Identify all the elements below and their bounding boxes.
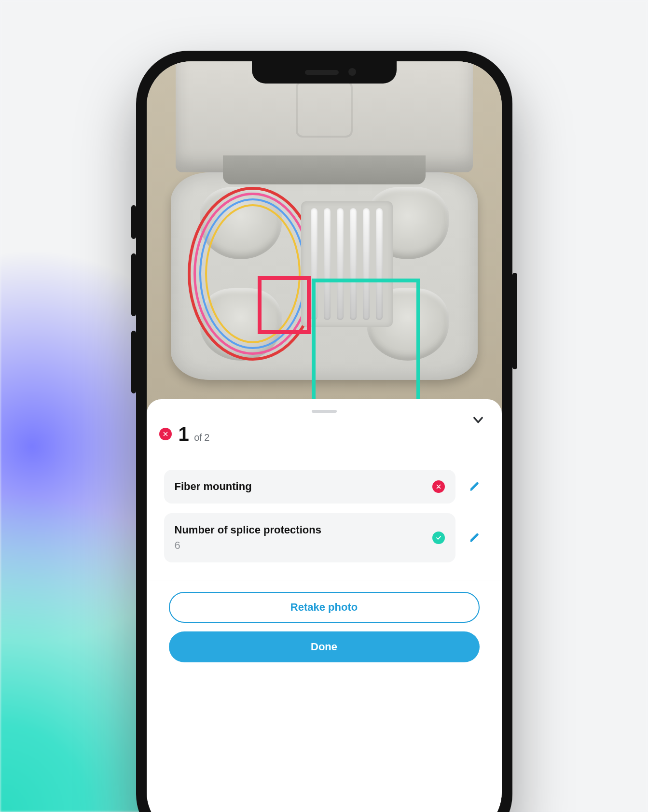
retake-photo-button[interactable]: Retake photo xyxy=(169,592,480,623)
sheet-header: 1 of 2 xyxy=(159,424,489,444)
counter-of: of xyxy=(194,432,202,443)
done-button[interactable]: Done xyxy=(169,631,480,662)
check-icon xyxy=(435,534,442,541)
phone-frame: 1 of 2 Fiber mounting xyxy=(136,51,512,812)
splice-protections-bbox xyxy=(312,279,420,414)
page-counter: 1 of 2 xyxy=(179,424,210,444)
check-row: Number of splice protections 6 xyxy=(164,513,484,562)
phone-volume-down xyxy=(131,331,136,393)
chevron-down-icon xyxy=(471,413,485,427)
phone-side-button xyxy=(131,205,136,239)
status-badge-error xyxy=(432,480,445,493)
collapse-sheet-button[interactable] xyxy=(469,411,487,429)
check-value: 6 xyxy=(175,539,425,552)
edit-check-button[interactable] xyxy=(465,513,484,562)
check-card-fiber-mounting[interactable]: Fiber mounting xyxy=(164,470,455,504)
check-list: Fiber mounting xyxy=(159,470,489,562)
check-title: Fiber mounting xyxy=(175,480,425,493)
counter-current: 1 xyxy=(179,423,189,445)
phone-screen: 1 of 2 Fiber mounting xyxy=(147,61,502,812)
phone-volume-up xyxy=(131,253,136,316)
counter-total: 2 xyxy=(204,432,209,443)
edit-check-button[interactable] xyxy=(465,470,484,504)
divider xyxy=(147,580,502,580)
fiber-mounting-bbox xyxy=(258,276,311,334)
tray-hinge xyxy=(223,155,426,184)
phone-notch xyxy=(252,61,397,84)
x-icon xyxy=(162,431,169,437)
fiber-loops xyxy=(188,187,318,361)
check-title: Number of splice protections xyxy=(175,524,425,536)
check-row: Fiber mounting xyxy=(164,470,484,504)
check-card-splice-protections[interactable]: Number of splice protections 6 xyxy=(164,513,455,562)
action-buttons: Retake photo Done xyxy=(159,592,489,682)
pencil-icon xyxy=(469,481,481,492)
status-badge-error xyxy=(159,428,172,440)
results-sheet: 1 of 2 Fiber mounting xyxy=(147,399,502,812)
status-badge-ok xyxy=(432,532,445,544)
x-icon xyxy=(435,483,442,490)
sheet-drag-handle[interactable] xyxy=(312,410,337,413)
pencil-icon xyxy=(469,532,481,544)
phone-power-button xyxy=(512,273,517,369)
